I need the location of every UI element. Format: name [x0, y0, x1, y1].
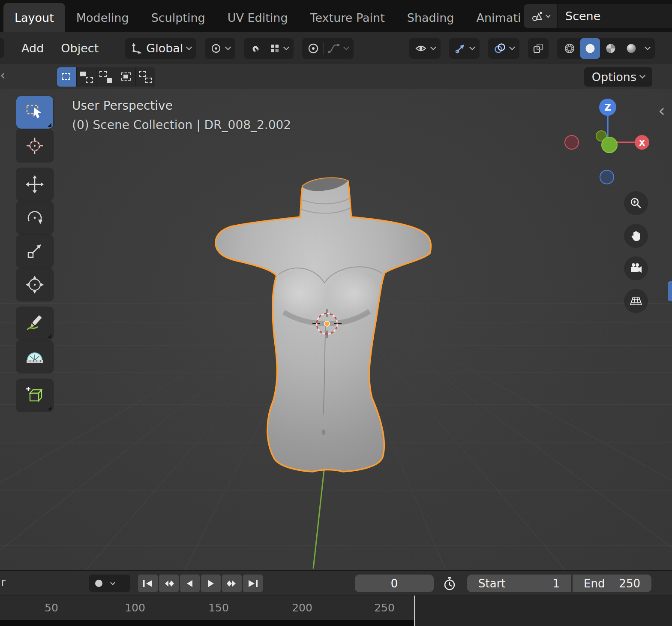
active-object-label: (0) Scene Collection | DR_008_2.002 [72, 115, 291, 135]
xray-toggle[interactable] [528, 38, 549, 59]
select-mode-subtract[interactable] [96, 67, 116, 87]
gizmo-axis-y [602, 137, 617, 153]
viewport-3d[interactable]: User Perspective (0) Scene Collection | … [0, 89, 672, 570]
transform-orientation-dropdown[interactable]: Global [125, 38, 196, 59]
timeline-ruler[interactable]: 50 100 150 200 250 [0, 595, 672, 626]
hand-icon [630, 229, 642, 242]
torso-mesh[interactable] [216, 178, 431, 472]
zoom-icon [630, 197, 642, 210]
material-sphere-icon [605, 42, 617, 54]
jump-to-start-button[interactable] [138, 575, 158, 592]
proportional-editing-toggle[interactable] [307, 42, 319, 54]
falloff-dropdown[interactable] [327, 43, 340, 54]
zoom-button[interactable] [624, 191, 648, 215]
select-mode-group [57, 67, 155, 87]
sidebar-tab-handle[interactable] [668, 281, 672, 301]
shading-wireframe-button[interactable] [560, 38, 579, 59]
shading-rendered-button[interactable] [621, 38, 641, 59]
view-name-label: User Perspective [72, 96, 291, 115]
shading-solid-button[interactable] [580, 38, 600, 59]
prev-keyframe-button[interactable] [159, 575, 179, 592]
snap-toggle[interactable] [249, 42, 261, 54]
falloff-curve-icon [327, 43, 340, 54]
scene-name-field[interactable]: Scene [557, 4, 672, 28]
wireframe-sphere-icon [564, 42, 576, 54]
select-box-icon [25, 102, 45, 122]
pivot-point-icon [210, 42, 222, 54]
end-frame-field[interactable]: End 250 [573, 575, 651, 592]
camera-view-button[interactable] [624, 256, 648, 280]
viewport-info: User Perspective (0) Scene Collection | … [72, 96, 291, 135]
perspective-toggle-button[interactable] [624, 289, 648, 313]
play-button[interactable] [201, 575, 221, 592]
snap-settings-dropdown[interactable] [269, 43, 280, 54]
tab-modeling[interactable]: Modeling [65, 3, 140, 32]
editor-type-button-partial[interactable] [0, 38, 4, 58]
tool-measure[interactable] [16, 340, 53, 373]
tool-annotate[interactable] [16, 307, 53, 340]
options-dropdown[interactable]: Options [584, 67, 652, 87]
tool-select-box[interactable] [16, 96, 53, 129]
shading-dropdown[interactable] [645, 44, 651, 50]
workspace-tab-bar: Layout Modeling Sculpting UV Editing Tex… [0, 0, 672, 32]
tool-transform[interactable] [16, 268, 53, 301]
select-mode-set[interactable] [57, 67, 76, 87]
proportional-editing-group [302, 38, 354, 59]
tab-uv-editing[interactable]: UV Editing [216, 3, 299, 32]
tab-sculpting[interactable]: Sculpting [140, 3, 216, 32]
object-type-visibility-dropdown[interactable] [409, 38, 441, 59]
chevron-down-icon [110, 580, 115, 585]
play-reverse-button[interactable] [180, 575, 200, 592]
overlays-icon [493, 42, 506, 54]
add-menu[interactable]: Add [13, 38, 52, 58]
move-icon [25, 175, 45, 194]
scene-selector[interactable]: Scene [524, 4, 672, 28]
measure-protractor-icon [25, 347, 45, 367]
tool-move[interactable] [16, 168, 53, 201]
tab-texture-paint[interactable]: Texture Paint [299, 3, 396, 32]
next-keyframe-button[interactable] [222, 575, 242, 592]
tool-scale[interactable] [16, 235, 53, 268]
viewport-header: Add Object Global [0, 32, 672, 64]
proportional-editing-icon [307, 42, 319, 54]
object-menu[interactable]: Object [52, 38, 107, 58]
tab-layout[interactable]: Layout [3, 3, 65, 32]
jump-to-end-button[interactable] [243, 575, 263, 592]
pan-button[interactable] [624, 224, 648, 248]
scrollbar-track[interactable] [0, 620, 414, 626]
gizmo-axis-z-neg [600, 170, 614, 184]
auto-keying-record-icon[interactable] [95, 580, 102, 587]
tab-animation[interactable]: Animati [465, 3, 532, 32]
tool-add-cube[interactable] [16, 379, 53, 412]
select-mode-extend[interactable] [77, 67, 96, 87]
divider [265, 42, 265, 54]
show-overlays-dropdown[interactable] [488, 38, 519, 59]
scene-browse-button[interactable] [524, 4, 557, 28]
select-mode-intersect[interactable] [136, 67, 155, 87]
collapse-arrow-left[interactable]: ‹ [0, 67, 6, 83]
ruler-tick: 150 [208, 602, 229, 614]
tool-shelf [16, 96, 53, 412]
rendered-sphere-icon [625, 42, 637, 54]
transform-icon [25, 275, 45, 295]
end-frame-label: End [584, 577, 605, 590]
shading-mode-group [557, 38, 655, 59]
collapse-arrow-right[interactable]: ‹ [658, 102, 665, 119]
navel [322, 430, 326, 435]
select-mode-invert[interactable] [116, 67, 135, 87]
current-frame-field[interactable]: 0 [355, 575, 434, 592]
rotate-icon [25, 208, 45, 228]
tool-cursor[interactable] [16, 129, 53, 162]
xray-icon [532, 42, 544, 54]
tool-rotate[interactable] [16, 202, 53, 234]
pivot-point-dropdown[interactable] [205, 38, 235, 59]
shading-material-button[interactable] [601, 38, 621, 59]
auto-keying-control[interactable] [89, 575, 130, 592]
preview-range-toggle[interactable] [443, 576, 456, 593]
start-frame-field[interactable]: Start 1 [467, 575, 571, 592]
gizmo-icon [454, 42, 466, 54]
tab-shading[interactable]: Shading [396, 3, 465, 32]
chevron-down-icon [509, 44, 515, 50]
navigation-gizmo[interactable]: Z X [556, 94, 659, 193]
show-gizmo-dropdown[interactable] [449, 38, 480, 59]
